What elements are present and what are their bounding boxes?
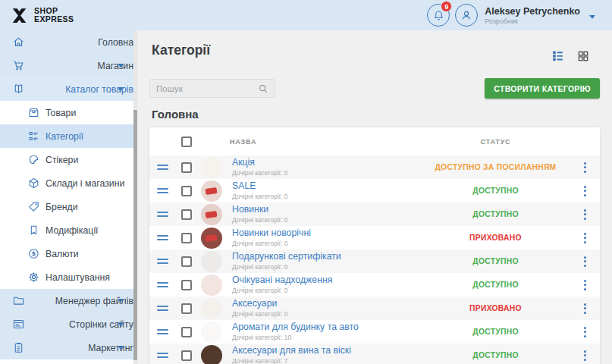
drag-handle-icon[interactable] xyxy=(149,353,175,358)
sidebar-item-warehouses[interactable]: Склади і магазини xyxy=(0,171,133,195)
column-header-status: СТАТУС xyxy=(422,138,570,146)
list-view-button[interactable] xyxy=(551,49,564,62)
category-name-link[interactable]: Аксесуари xyxy=(232,299,422,309)
table-row: Аромати для будинку та авто Дочірні кате… xyxy=(149,320,600,344)
create-category-button[interactable]: СТВОРИТИ КАТЕГОРІЮ xyxy=(485,78,600,99)
kebab-menu-icon[interactable] xyxy=(582,301,588,316)
user-menu-chevron-icon[interactable] xyxy=(589,15,595,19)
search-box xyxy=(149,79,275,98)
sidebar-item-catalog[interactable]: Каталог товарів xyxy=(0,77,133,101)
person-icon xyxy=(460,8,473,22)
logo-x-icon xyxy=(10,6,29,25)
kebab-menu-icon[interactable] xyxy=(582,278,588,293)
sidebar-item-brands[interactable]: Бренди xyxy=(0,195,133,218)
bookmark-icon xyxy=(27,224,40,237)
sidebar-scrollbar-thumb[interactable] xyxy=(133,110,137,360)
sidebar-item-marketing[interactable]: Маркетинг xyxy=(0,336,133,359)
thumbnail-tag xyxy=(206,187,218,194)
row-checkbox[interactable] xyxy=(181,209,192,220)
row-checkbox[interactable] xyxy=(181,280,192,290)
sticker-icon xyxy=(27,153,40,166)
category-thumbnail xyxy=(201,298,222,319)
sidebar-item-dashboard[interactable]: Головна xyxy=(0,30,133,54)
sidebar-item-site-pages[interactable]: Сторінки сайту xyxy=(0,312,133,336)
category-name-link[interactable]: Аромати для будинку та авто xyxy=(232,322,422,332)
app-logo: SHOP EXPRESS xyxy=(0,6,74,25)
status-badge: ДОСТУПНО xyxy=(422,328,570,336)
category-name-link[interactable]: Новинки новорічні xyxy=(232,228,422,238)
row-checkbox[interactable] xyxy=(181,162,192,173)
table-row: Подарункові сертифікати Дочірні категорі… xyxy=(149,249,600,273)
user-avatar-button[interactable] xyxy=(455,4,478,27)
kebab-menu-icon[interactable] xyxy=(582,325,588,340)
sidebar-item-categories[interactable]: Категорії xyxy=(0,124,133,148)
page-title: Категорії xyxy=(152,42,600,58)
search-input[interactable] xyxy=(156,84,258,93)
chevron-down-icon xyxy=(118,87,124,91)
table-row: Аксесуари Дочірні категорії: 0 ПРИХОВАНО xyxy=(149,297,600,320)
drag-handle-icon[interactable] xyxy=(149,329,175,334)
select-all-checkbox[interactable] xyxy=(181,136,192,147)
sidebar-item-file-manager[interactable]: Менеджер файлів xyxy=(0,289,133,312)
kebab-menu-icon[interactable] xyxy=(582,207,588,222)
drag-handle-icon[interactable] xyxy=(149,188,175,193)
table-header-row: НАЗВА СТАТУС xyxy=(149,127,600,155)
grid-view-button[interactable] xyxy=(577,50,589,62)
sidebar-item-products[interactable]: Товари xyxy=(0,101,133,124)
drag-handle-icon[interactable] xyxy=(149,165,175,170)
drag-handle-icon[interactable] xyxy=(149,259,175,264)
table-row: Новинки Дочірні категорії: 0 ДОСТУПНО xyxy=(149,202,600,226)
category-name-link[interactable]: Акція xyxy=(232,158,422,168)
chevron-down-icon xyxy=(118,299,124,303)
row-checkbox[interactable] xyxy=(181,350,192,361)
row-checkbox[interactable] xyxy=(181,256,192,267)
categories-table: НАЗВА СТАТУС Акція xyxy=(149,127,600,364)
category-thumbnail xyxy=(201,322,222,343)
kebab-menu-icon[interactable] xyxy=(582,160,588,175)
sidebar-item-shop[interactable]: Магазин xyxy=(0,54,133,77)
kebab-menu-icon[interactable] xyxy=(582,254,588,269)
sidebar-item-stickers[interactable]: Стікери xyxy=(0,148,133,171)
status-badge: ДОСТУПНО xyxy=(422,210,570,218)
category-name-link[interactable]: Подарункові сертифікати xyxy=(232,252,422,262)
drag-handle-icon[interactable] xyxy=(149,306,175,311)
table-row: Новинки новорічні Дочірні категорії: 0 П… xyxy=(149,226,600,249)
category-name-link[interactable]: Аксесуари для вина та віскі xyxy=(232,346,422,356)
kebab-menu-icon[interactable] xyxy=(582,231,588,246)
svg-text:$: $ xyxy=(32,250,36,257)
drag-handle-icon[interactable] xyxy=(149,282,175,287)
user-role: Розробник xyxy=(485,17,580,25)
category-children-count: Дочірні категорії: 7 xyxy=(232,357,422,364)
package-icon xyxy=(27,177,40,190)
row-checkbox[interactable] xyxy=(181,303,192,314)
category-name-link[interactable]: Очікувані надходження xyxy=(232,275,422,285)
folder-icon xyxy=(12,294,25,307)
chevron-down-icon xyxy=(118,346,124,350)
category-children-count: Дочірні категорії: 0 xyxy=(232,263,422,271)
drag-handle-icon[interactable] xyxy=(149,212,175,217)
row-checkbox[interactable] xyxy=(181,327,192,337)
status-badge: ДОСТУПНО ЗА ПОСИЛАННЯМ xyxy=(422,163,570,171)
status-badge: ПРИХОВАНО xyxy=(422,234,570,242)
row-checkbox[interactable] xyxy=(181,186,192,196)
main-content: Категорії СТВОРИТИ КАТЕГОРІЮ xyxy=(137,30,612,364)
category-thumbnail xyxy=(201,157,222,178)
search-icon xyxy=(258,83,268,94)
grid-view-icon xyxy=(577,50,589,62)
drag-handle-icon[interactable] xyxy=(149,235,175,240)
status-badge: ДОСТУПНО xyxy=(422,187,570,195)
category-name-link[interactable]: SALE xyxy=(232,181,422,191)
sidebar-item-settings[interactable]: Налаштування xyxy=(0,265,133,289)
notifications-button[interactable]: 9 xyxy=(427,4,450,27)
cart-icon xyxy=(12,59,25,72)
sidebar: Головна Магазин Каталог товарів Товари К… xyxy=(0,30,133,364)
kebab-menu-icon[interactable] xyxy=(582,184,588,199)
sidebar-item-currencies[interactable]: $ Валюти xyxy=(0,242,133,265)
sidebar-item-modifications[interactable]: Модифікації xyxy=(0,218,133,242)
notification-badge: 9 xyxy=(441,1,452,12)
kebab-menu-icon[interactable] xyxy=(582,348,588,363)
marketing-icon xyxy=(12,341,25,354)
category-name-link[interactable]: Новинки xyxy=(232,205,422,215)
row-checkbox[interactable] xyxy=(181,233,192,243)
category-children-count: Дочірні категорії: 10 xyxy=(232,334,422,341)
